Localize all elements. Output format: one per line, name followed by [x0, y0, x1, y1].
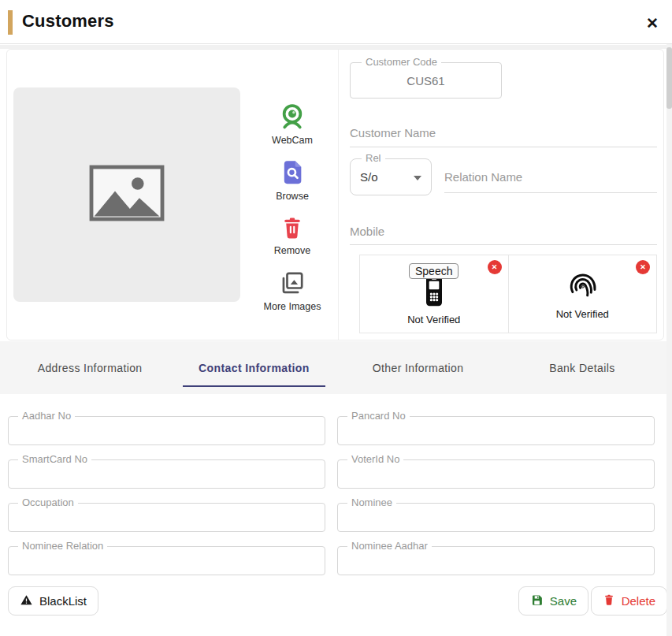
aadhar-no-field: Aadhar No — [8, 416, 325, 445]
mobile-phone-icon — [418, 273, 450, 311]
customer-code-input[interactable] — [351, 63, 501, 98]
nominee-label: Nominee — [347, 497, 396, 508]
scrollbar[interactable] — [666, 44, 672, 636]
smartcard-no-label: SmartCard No — [18, 453, 91, 465]
speech-status-text: Not Verified — [407, 314, 460, 325]
tab-strip: Address Information Contact Information … — [0, 341, 672, 394]
speech-verification-card[interactable]: ✕ Speech — [359, 255, 509, 333]
webcam-label: WebCam — [272, 135, 313, 146]
aadhar-no-label: Aadhar No — [18, 410, 75, 422]
relation-name-input[interactable] — [444, 162, 657, 193]
customer-details-panel: Customer Code Rel S/o ✕ Speech — [350, 50, 657, 340]
customer-code-label: Customer Code — [362, 56, 441, 68]
speech-tooltip: Speech — [409, 263, 459, 279]
webcam-button[interactable]: WebCam — [272, 102, 313, 146]
customer-photo-placeholder — [13, 87, 240, 302]
rel-selected-value: S/o — [360, 170, 378, 184]
photo-actions: WebCam Browse — [253, 102, 332, 312]
remove-button[interactable]: Remove — [274, 215, 311, 256]
save-button[interactable]: Save — [518, 586, 588, 616]
customer-name-input[interactable] — [350, 119, 657, 147]
close-icon[interactable]: ✕ — [642, 13, 663, 33]
save-icon — [530, 593, 544, 609]
webcam-icon — [278, 102, 306, 133]
delete-button[interactable]: Delete — [591, 586, 667, 616]
tab-other-information[interactable]: Other Information — [336, 341, 500, 394]
nominee-aadhar-label: Nominee Aadhar — [347, 540, 432, 552]
nominee-aadhar-field: Nominee Aadhar — [337, 546, 655, 575]
contact-information-form: Aadhar No Pancard No SmartCard No VoterI… — [8, 416, 655, 575]
customer-code-field: Customer Code — [350, 62, 502, 99]
fingerprint-icon — [565, 268, 600, 306]
more-images-button[interactable]: More Images — [264, 270, 321, 312]
fingerprint-not-verified-badge-icon[interactable]: ✕ — [636, 260, 650, 274]
delete-icon — [603, 593, 615, 608]
browse-icon — [279, 159, 306, 189]
occupation-label: Occupation — [18, 497, 78, 508]
voterid-no-field: VoterId No — [337, 459, 655, 489]
scrollbar-thumb[interactable] — [666, 47, 672, 109]
customer-top-panel: WebCam Browse — [6, 49, 664, 340]
save-label: Save — [550, 594, 577, 608]
more-images-label: More Images — [264, 301, 321, 312]
photo-card: WebCam Browse — [7, 50, 339, 340]
more-images-icon — [279, 270, 306, 299]
voterid-no-label: VoterId No — [347, 453, 403, 465]
nominee-field: Nominee — [337, 503, 655, 532]
nominee-relation-label: Nominee Relation — [18, 540, 107, 552]
browse-label: Browse — [276, 191, 309, 202]
speech-not-verified-badge-icon[interactable]: ✕ — [488, 260, 502, 274]
dialog-header: Customers ✕ — [0, 0, 672, 44]
delete-label: Delete — [622, 594, 655, 608]
chevron-down-icon — [414, 176, 421, 180]
pancard-no-label: Pancard No — [347, 410, 410, 422]
trash-icon — [280, 215, 305, 244]
remove-label: Remove — [274, 245, 311, 256]
occupation-field: Occupation — [8, 503, 325, 532]
image-placeholder-icon — [89, 165, 165, 225]
mobile-input[interactable] — [350, 218, 657, 245]
relation-row: Rel S/o — [350, 158, 657, 196]
warning-icon — [20, 593, 33, 609]
pancard-no-field: Pancard No — [337, 416, 655, 445]
smartcard-no-field: SmartCard No — [8, 459, 325, 489]
rel-label: Rel — [362, 152, 385, 164]
browse-button[interactable]: Browse — [276, 159, 309, 202]
nominee-relation-field: Nominee Relation — [8, 546, 325, 575]
customers-dialog: Customers ✕ — [0, 0, 672, 636]
tab-bank-details[interactable]: Bank Details — [500, 341, 664, 394]
tab-contact-information[interactable]: Contact Information — [172, 341, 336, 394]
fingerprint-status-text: Not Verified — [556, 308, 609, 320]
tab-address-information[interactable]: Address Information — [8, 341, 172, 394]
page-title: Customers — [22, 11, 114, 32]
verification-row: ✕ Speech — [359, 255, 657, 333]
rel-select[interactable]: Rel S/o — [350, 158, 432, 195]
blacklist-button[interactable]: BlackList — [8, 586, 98, 616]
fingerprint-verification-card[interactable]: ✕ Not Verified — [508, 255, 658, 333]
footer-actions: BlackList Save Delete — [8, 586, 667, 616]
blacklist-label: BlackList — [39, 594, 87, 608]
title-accent-bar — [8, 10, 13, 35]
